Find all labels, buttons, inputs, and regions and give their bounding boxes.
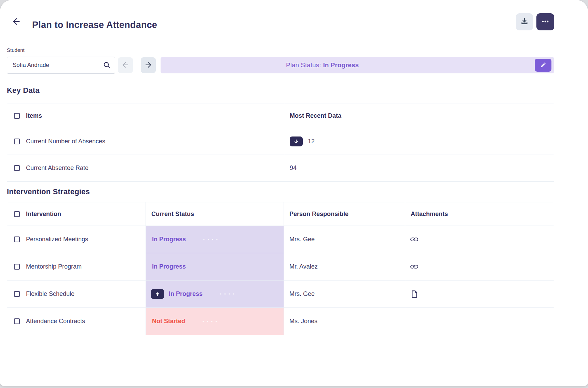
row-checkbox[interactable]	[14, 139, 20, 144]
person-responsible: Ms. Jones	[289, 318, 317, 325]
plan-status-bar: Plan Status:In Progress	[161, 57, 554, 73]
next-student-button[interactable]	[141, 57, 156, 73]
column-header-items: Items	[26, 112, 42, 119]
person-responsible: Mr. Avalez	[289, 263, 318, 270]
download-icon	[520, 17, 529, 27]
row-checkbox[interactable]	[14, 165, 20, 171]
intervention-select-all-checkbox[interactable]	[14, 211, 20, 217]
intervention-table: Intervention Current Status Person Respo…	[7, 202, 554, 335]
status-cell[interactable]: In Progress	[146, 253, 284, 280]
key-data-value: 12	[308, 138, 315, 145]
column-header-current-status: Current Status	[151, 211, 194, 218]
status-cell[interactable]: Not Started ····	[146, 308, 284, 335]
table-row: Current Number of Absences 12	[7, 128, 554, 155]
key-data-heading: Key Data	[7, 86, 554, 95]
student-search	[7, 57, 115, 74]
arrow-right-icon	[144, 61, 152, 70]
status-label: In Progress	[152, 236, 186, 243]
page-title: Plan to Increase Attendance	[32, 20, 157, 30]
status-label: In Progress	[169, 290, 203, 298]
key-data-table: Items Most Recent Data Current Number of…	[7, 103, 554, 182]
arrow-left-icon	[12, 17, 21, 27]
column-header-most-recent-data: Most Recent Data	[290, 112, 341, 119]
person-responsible: Mrs. Gee	[289, 236, 315, 243]
status-label: Not Started	[152, 318, 185, 325]
intervention-name: Flexible Schedule	[26, 290, 74, 298]
person-responsible: Mrs. Gee	[289, 290, 315, 298]
intervention-name: Personalized Meetings	[26, 236, 88, 243]
table-row: Mentorship Program In Progress Mr. Avale…	[7, 253, 554, 280]
download-button[interactable]	[516, 13, 533, 30]
arrow-up-icon	[155, 291, 160, 297]
plan-status-text: Plan Status:In Progress	[286, 61, 429, 69]
column-header-person-responsible: Person Responsible	[289, 211, 348, 218]
status-hint-dots: ····	[220, 290, 237, 298]
row-checkbox[interactable]	[14, 318, 20, 324]
previous-student-button[interactable]	[118, 57, 133, 73]
intervention-strategies-heading: Intervention Strategies	[7, 187, 554, 196]
table-row: Personalized Meetings In Progress ···· M…	[7, 226, 554, 253]
pencil-icon	[540, 62, 546, 69]
page-header: Plan to Increase Attendance	[7, 0, 554, 31]
plan-status-label: Plan Status:	[286, 61, 321, 69]
link-icon[interactable]	[409, 262, 420, 272]
table-row: Current Absentee Rate 94	[7, 155, 554, 181]
student-controls-row: Plan Status:In Progress	[7, 57, 554, 74]
status-cell[interactable]: In Progress ····	[146, 281, 284, 307]
ellipsis-menu-icon	[541, 17, 550, 27]
row-checkbox[interactable]	[14, 236, 20, 242]
back-button[interactable]	[9, 14, 24, 29]
student-field-label: Student	[7, 47, 554, 53]
intervention-name: Attendance Contracts	[26, 318, 85, 325]
key-data-item-label: Current Number of Absences	[26, 138, 105, 145]
intervention-header-row: Intervention Current Status Person Respo…	[7, 202, 554, 226]
key-data-item-label: Current Absentee Rate	[26, 164, 88, 172]
status-hint-dots: ····	[203, 235, 220, 243]
column-header-attachments: Attachments	[411, 211, 448, 218]
document-icon[interactable]	[411, 290, 418, 298]
key-data-header-row: Items Most Recent Data	[7, 103, 554, 128]
arrow-left-icon	[121, 61, 129, 70]
key-data-select-all-checkbox[interactable]	[14, 113, 20, 119]
trend-down-badge	[290, 136, 303, 146]
table-row: Flexible Schedule In Progress ···· Mrs. …	[7, 280, 554, 307]
student-search-input[interactable]	[7, 57, 115, 74]
status-hint-dots: ····	[202, 317, 220, 325]
status-label: In Progress	[152, 263, 186, 270]
link-icon[interactable]	[409, 234, 420, 245]
table-row: Attendance Contracts Not Started ···· Ms…	[7, 307, 554, 335]
plan-status-value: In Progress	[323, 61, 359, 69]
intervention-name: Mentorship Program	[26, 263, 82, 270]
more-options-button[interactable]	[536, 13, 554, 30]
empty-attachment-cell	[405, 308, 554, 335]
plan-page-card: Plan to Increase Attendance Student	[0, 0, 588, 386]
edit-status-button[interactable]	[535, 59, 551, 72]
search-icon[interactable]	[103, 61, 111, 70]
trend-up-badge	[151, 289, 164, 299]
row-checkbox[interactable]	[14, 264, 20, 270]
row-checkbox[interactable]	[14, 291, 20, 297]
column-header-intervention: Intervention	[26, 211, 61, 218]
status-cell[interactable]: In Progress ····	[146, 226, 284, 253]
arrow-down-icon	[293, 139, 299, 144]
key-data-value: 94	[290, 164, 297, 172]
